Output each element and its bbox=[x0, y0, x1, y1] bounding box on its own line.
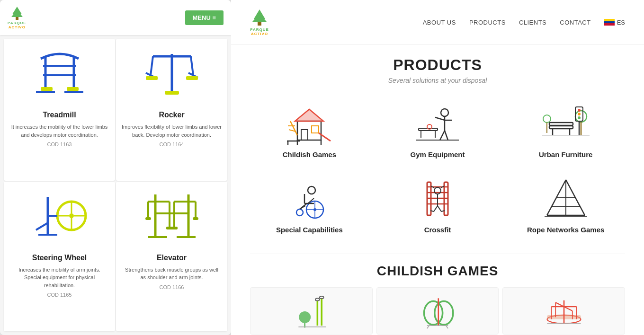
svg-line-15 bbox=[191, 56, 193, 75]
svg-line-67 bbox=[440, 131, 445, 140]
category-childish-games[interactable]: Childish Games bbox=[250, 97, 369, 163]
steering-image bbox=[9, 187, 109, 249]
svg-point-84 bbox=[578, 113, 581, 115]
svg-point-131 bbox=[320, 296, 324, 299]
childish-games-label: Childish Games bbox=[283, 150, 336, 159]
svg-marker-52 bbox=[295, 109, 323, 121]
rope-svg bbox=[542, 177, 590, 220]
desktop-logo[interactable]: PARQUE ACTIVO bbox=[250, 9, 269, 36]
svg-rect-40 bbox=[193, 217, 198, 220]
gym-equipment-icon bbox=[414, 102, 461, 145]
childish-products-grid bbox=[250, 287, 625, 335]
svg-point-133 bbox=[424, 301, 443, 325]
svg-line-138 bbox=[446, 326, 448, 328]
rocker-desc: Improves flexibility of lower limbs and … bbox=[122, 123, 222, 139]
flag-icon bbox=[604, 19, 615, 26]
svg-rect-47 bbox=[604, 19, 615, 21]
category-urban-furniture[interactable]: Urban Furniture bbox=[506, 97, 625, 163]
treadmill-desc: It increases the mobility of the lower l… bbox=[9, 123, 109, 139]
childish-prod2-svg bbox=[416, 292, 459, 330]
svg-line-28 bbox=[36, 223, 48, 230]
nav-clients[interactable]: CLIENTS bbox=[519, 19, 546, 26]
svg-rect-75 bbox=[549, 123, 573, 125]
desktop-logo-icon bbox=[250, 9, 269, 27]
svg-point-126 bbox=[299, 311, 311, 323]
childish-section-title: CHILDISH GAMES bbox=[250, 264, 625, 279]
nav-contact[interactable]: CONTACT bbox=[560, 19, 590, 26]
special-cap-icon bbox=[286, 177, 333, 220]
urban-furniture-label: Urban Furniture bbox=[539, 150, 592, 159]
lang-label: ES bbox=[617, 19, 625, 26]
svg-rect-2 bbox=[16, 17, 18, 20]
gym-svg bbox=[414, 102, 461, 145]
elevator-desc: Strengthens back muscle groups as well a… bbox=[122, 266, 222, 282]
special-svg bbox=[286, 177, 333, 220]
svg-rect-39 bbox=[145, 217, 151, 220]
nav-products[interactable]: PRODUCTS bbox=[469, 19, 506, 26]
category-crossfit[interactable]: Crossfit bbox=[378, 173, 497, 238]
svg-rect-18 bbox=[186, 76, 198, 80]
svg-point-130 bbox=[315, 298, 320, 300]
steering-svg bbox=[31, 190, 88, 247]
svg-point-134 bbox=[435, 301, 453, 325]
desktop-logo-line1: PARQUE bbox=[250, 27, 269, 32]
product-card-steering: Steering Wheel Increases the mobility of… bbox=[4, 182, 115, 331]
nav-about[interactable]: ABOUT US bbox=[423, 19, 456, 26]
svg-point-85 bbox=[578, 116, 581, 119]
product-card-treadmill: Treadmill It increases the mobility of t… bbox=[4, 39, 115, 181]
flag-lang[interactable]: ES bbox=[604, 19, 625, 26]
svg-rect-7 bbox=[41, 87, 53, 91]
logo-line2: ACTIVO bbox=[9, 25, 26, 29]
elevator-cod: COD 1166 bbox=[122, 284, 222, 290]
childish-games-svg bbox=[286, 102, 333, 145]
svg-rect-54 bbox=[301, 130, 308, 140]
desktop-header: PARQUE ACTIVO ABOUT US PRODUCTS CLIENTS … bbox=[231, 0, 644, 45]
category-gym-equipment[interactable]: Gym Equipment bbox=[378, 97, 497, 163]
category-special-capabilities[interactable]: Special Capabilities bbox=[250, 173, 369, 238]
special-cap-label: Special Capabilities bbox=[276, 226, 343, 234]
steering-name: Steering Wheel bbox=[9, 254, 109, 262]
mobile-panel: PARQUE ACTIVO MENU ≡ bbox=[0, 0, 231, 335]
svg-point-80 bbox=[543, 115, 551, 123]
products-title: PRODUCTS bbox=[250, 56, 625, 74]
desktop-nav: ABOUT US PRODUCTS CLIENTS CONTACT ES bbox=[423, 19, 625, 26]
rocker-name: Rocker bbox=[122, 111, 222, 119]
rocker-svg bbox=[143, 47, 200, 104]
svg-point-89 bbox=[313, 208, 316, 211]
products-subtitle: Several solutions at your disposal bbox=[250, 77, 625, 84]
svg-rect-41 bbox=[166, 227, 178, 229]
treadmill-image bbox=[9, 44, 109, 106]
svg-point-94 bbox=[296, 209, 303, 216]
treadmill-cod: COD 1163 bbox=[9, 141, 109, 147]
gym-equipment-label: Gym Equipment bbox=[410, 150, 465, 159]
rope-networks-icon bbox=[542, 177, 590, 220]
mobile-header: PARQUE ACTIVO MENU ≡ bbox=[0, 0, 231, 35]
steering-cod: COD 1165 bbox=[9, 292, 109, 298]
logo-tree-icon bbox=[9, 6, 25, 21]
childish-games-icon bbox=[286, 102, 333, 145]
rope-networks-label: Rope Networks Games bbox=[527, 226, 604, 234]
desktop-logo-line2: ACTIVO bbox=[251, 32, 268, 36]
menu-button[interactable]: MENU ≡ bbox=[185, 10, 224, 25]
rocker-image bbox=[122, 44, 222, 106]
svg-rect-53 bbox=[312, 126, 319, 133]
svg-point-21 bbox=[69, 213, 74, 218]
svg-point-63 bbox=[441, 109, 448, 116]
svg-line-111 bbox=[434, 206, 438, 212]
desktop-panel: PARQUE ACTIVO ABOUT US PRODUCTS CLIENTS … bbox=[231, 0, 644, 335]
svg-point-83 bbox=[578, 109, 581, 112]
mobile-logo: PARQUE ACTIVO bbox=[8, 6, 27, 29]
childish-product-2 bbox=[376, 287, 499, 335]
childish-prod1-svg bbox=[290, 292, 332, 330]
rocker-cod: COD 1164 bbox=[122, 141, 222, 147]
svg-rect-46 bbox=[258, 22, 261, 26]
svg-point-99 bbox=[308, 186, 315, 194]
svg-line-13 bbox=[151, 56, 153, 75]
crossfit-svg bbox=[414, 177, 461, 220]
svg-point-78 bbox=[575, 111, 587, 122]
mobile-products-grid: Treadmill It increases the mobility of t… bbox=[0, 35, 231, 335]
steering-desc: Increases the mobility of arm joints. Sp… bbox=[9, 266, 109, 290]
svg-rect-74 bbox=[549, 126, 573, 129]
category-rope-networks[interactable]: Rope Networks Games bbox=[506, 173, 625, 238]
product-card-rocker: Rocker Improves flexibility of lower lim… bbox=[116, 39, 227, 181]
